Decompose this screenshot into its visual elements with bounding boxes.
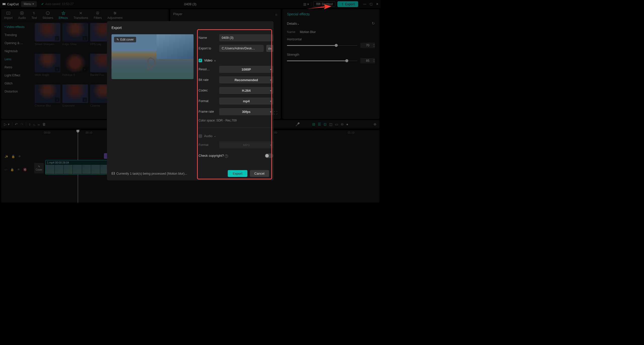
pencil-icon: ✎: [117, 38, 119, 41]
film-icon: 🎞: [111, 172, 115, 175]
task-status: 🎞 Currently 1 task(s) being processed (M…: [111, 172, 187, 175]
copyright-toggle[interactable]: [265, 153, 273, 158]
resolution-dropdown[interactable]: 1080P▾: [219, 66, 273, 73]
audio-format-dropdown: MP3▾: [219, 141, 273, 148]
help-icon[interactable]: ?: [225, 154, 228, 158]
framerate-label: Frame rate: [199, 110, 217, 113]
codec-dropdown[interactable]: H.264▾: [219, 87, 273, 94]
bitrate-dropdown[interactable]: Recommended▾: [219, 76, 273, 83]
video-section-header[interactable]: ✔ Video ▴: [199, 58, 273, 62]
resolution-label: Resol…: [199, 68, 217, 71]
color-space-label: Color space: SDR - Rec.709: [199, 119, 273, 122]
copyright-label: Check copyright? ?: [199, 154, 228, 158]
export-confirm-button[interactable]: Export: [228, 170, 247, 177]
bitrate-label: Bit rate: [199, 78, 217, 82]
folder-icon: 🗁: [268, 47, 272, 50]
name-label: Name: [199, 36, 217, 40]
codec-label: Codec: [199, 89, 217, 92]
audio-format-label: Format: [199, 143, 217, 147]
export-preview: ✎ Edit cover: [111, 34, 194, 79]
export-to-label: Export to: [199, 47, 217, 50]
audio-checkbox[interactable]: [199, 134, 202, 138]
export-modal-title: Export: [111, 26, 269, 30]
video-checkbox[interactable]: ✔: [199, 59, 202, 62]
framerate-dropdown[interactable]: 30fps▾: [219, 108, 273, 115]
format-dropdown[interactable]: mp4▾: [219, 98, 273, 105]
cancel-button[interactable]: Cancel: [250, 170, 269, 177]
audio-section-header[interactable]: Audio ▴: [199, 134, 273, 138]
export-modal: Export ✎ Edit cover Name Export to 🗁: [107, 21, 274, 180]
browse-folder-button[interactable]: 🗁: [266, 45, 273, 52]
export-name-input[interactable]: [219, 34, 273, 41]
edit-cover-button[interactable]: ✎ Edit cover: [114, 37, 136, 42]
export-path-input[interactable]: [219, 45, 264, 52]
format-label: Format: [199, 99, 217, 103]
